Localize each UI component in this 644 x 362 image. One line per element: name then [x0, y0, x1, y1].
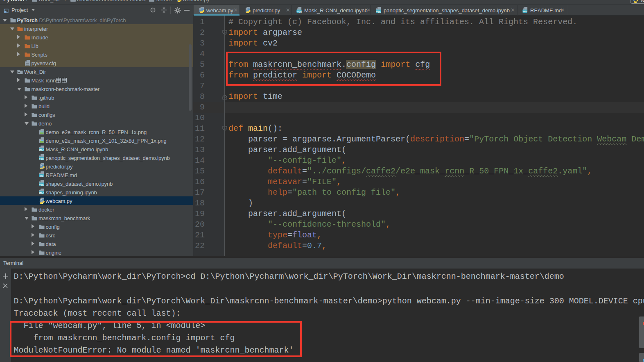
svg-text:IP[y]: IP[y] — [39, 183, 44, 186]
svg-text:MD: MD — [39, 175, 43, 177]
svg-text:IP[y]: IP[y] — [39, 192, 44, 194]
svg-text:IP[y]: IP[y] — [39, 157, 44, 160]
svg-text:IP[y]: IP[y] — [376, 10, 381, 13]
svg-text:MD: MD — [523, 10, 527, 13]
svg-text:IP[y]: IP[y] — [39, 149, 44, 151]
svg-text:IP[y]: IP[y] — [296, 10, 301, 13]
